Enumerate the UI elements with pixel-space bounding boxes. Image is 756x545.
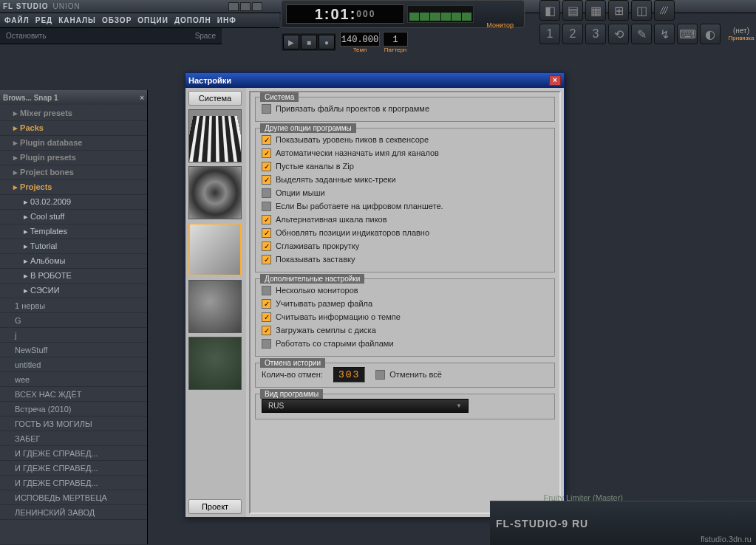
- tool-btn-1[interactable]: ◧: [539, 0, 560, 21]
- checkbox[interactable]: [262, 162, 271, 171]
- browser-header[interactable]: Brows... Snap 1 ×: [0, 90, 147, 105]
- mode-btn-4[interactable]: ⟲: [608, 24, 629, 44]
- checkbox[interactable]: [262, 241, 271, 251]
- pattern-display[interactable]: 1: [383, 32, 408, 47]
- dialog-close-button[interactable]: ×: [549, 75, 561, 86]
- max-button[interactable]: [240, 2, 251, 11]
- tree-item[interactable]: ЗАБЕГ: [0, 431, 147, 446]
- undo-all-checkbox[interactable]: [375, 370, 385, 380]
- tempo-display[interactable]: 140.000: [340, 32, 380, 47]
- mode-btn-6[interactable]: ↯: [654, 24, 675, 44]
- tree-item[interactable]: wee: [0, 372, 147, 387]
- checkbox[interactable]: [262, 312, 271, 322]
- tab-system[interactable]: Система: [188, 91, 242, 106]
- mode-btn-8[interactable]: ◐: [700, 24, 721, 44]
- tree-item[interactable]: j: [0, 328, 147, 343]
- menu-файл[interactable]: ФАЙЛ: [4, 16, 30, 24]
- tree-item[interactable]: И ГДЕЖЕ СПРАВЕД...: [0, 461, 147, 476]
- check-row: Обновлять позиции индикаторов плавно: [262, 226, 548, 239]
- tool-btn-3[interactable]: ▦: [585, 0, 606, 21]
- snap-value[interactable]: (нет): [723, 27, 756, 35]
- menu-ред[interactable]: РЕД: [35, 16, 52, 24]
- checkbox[interactable]: [262, 135, 271, 145]
- tree-item[interactable]: ▸ Tutorial: [0, 239, 147, 254]
- tree-item[interactable]: ИСПОВЕДЬ МЕРТВЕЦА: [0, 490, 147, 505]
- browser-close-icon[interactable]: ×: [140, 94, 144, 102]
- checkbox[interactable]: [262, 202, 271, 211]
- menu-каналы[interactable]: КАНАЛЫ: [58, 16, 96, 24]
- checkbox[interactable]: [262, 299, 271, 309]
- close-button[interactable]: [252, 2, 262, 11]
- monitor-label: Монитор: [486, 21, 514, 29]
- checkbox[interactable]: [262, 326, 271, 335]
- play-button[interactable]: ▶: [283, 35, 299, 49]
- check-label: Если Вы работаете на цифровом планшете.: [276, 202, 443, 210]
- mode-btn-3[interactable]: 3: [585, 24, 606, 44]
- tool-btn-5[interactable]: ◫: [631, 0, 652, 21]
- check-row: Учитывать размер файла: [262, 297, 548, 310]
- lang-combo[interactable]: RUS: [262, 399, 469, 413]
- mode-btn-5[interactable]: ✎: [631, 24, 652, 44]
- checkbox[interactable]: [262, 286, 271, 295]
- tree-item[interactable]: ▸ В РОБОТЕ: [0, 269, 147, 284]
- tree-item[interactable]: NewStuff: [0, 343, 147, 357]
- checkbox[interactable]: [262, 188, 271, 198]
- menu-инф[interactable]: ИНФ: [217, 16, 236, 24]
- mode-btn-1[interactable]: 1: [539, 24, 560, 44]
- tree-item[interactable]: ▸ Cool stuff: [0, 210, 147, 224]
- time-display[interactable]: 1:01:000: [286, 4, 404, 24]
- checkbox[interactable]: [262, 175, 271, 185]
- tree-item[interactable]: ▸ Альбомы: [0, 254, 147, 269]
- settings-dialog: Настройки × Система MIDI AUDIO GENERAL F…: [185, 72, 565, 518]
- check-row: Показывать заставку: [262, 253, 548, 266]
- tree-item[interactable]: ▸ Plugin database: [0, 136, 147, 151]
- tree-item[interactable]: ▸ Templates: [0, 224, 147, 239]
- menu-обзор[interactable]: ОБЗОР: [102, 16, 132, 24]
- menu-опции[interactable]: ОПЦИИ: [137, 16, 168, 24]
- tree-item[interactable]: И ГДЕЖЕ СПРАВЕД...: [0, 476, 147, 490]
- check-row: Считывать информацию о темпе: [262, 310, 548, 323]
- tree-item[interactable]: ▸ Mixer presets: [0, 106, 147, 121]
- tree-item[interactable]: G: [0, 313, 147, 328]
- tree-item[interactable]: ▸ СЭСИИ: [0, 284, 147, 298]
- cat-file[interactable]: FILE: [188, 280, 242, 333]
- record-button[interactable]: ●: [319, 35, 335, 49]
- tree-item[interactable]: untitled: [0, 357, 147, 372]
- tree-item[interactable]: ▸ Plugin presets: [0, 151, 147, 165]
- cat-midi[interactable]: MIDI: [188, 109, 242, 162]
- tree-item[interactable]: ▸ 03.02.2009: [0, 195, 147, 210]
- check-label: Автоматически назначать имя для каналов: [276, 148, 439, 157]
- tree-item[interactable]: ВСЕХ НАС ЖДЁТ: [0, 387, 147, 402]
- checkbox[interactable]: [262, 228, 271, 238]
- tree-item[interactable]: Встреча (2010): [0, 402, 147, 417]
- check-row: Альтернативная шкала пиков: [262, 213, 548, 226]
- menu-дополн[interactable]: ДОПОЛН: [174, 16, 211, 24]
- mode-btn-2[interactable]: 2: [562, 24, 583, 44]
- browser-panel: Brows... Snap 1 × ▸ Mixer presets▸ Packs…: [0, 90, 148, 544]
- tool-btn-6[interactable]: ⫻: [654, 0, 675, 21]
- tree-item[interactable]: ЛЕНИНСКИЙ ЗАВОД: [0, 505, 147, 520]
- cat-debug[interactable]: DEBUG: [188, 337, 242, 390]
- checkbox[interactable]: [262, 255, 271, 264]
- undo-count-value[interactable]: 303: [333, 367, 365, 383]
- tree-item[interactable]: ▸ Projects: [0, 180, 147, 195]
- checkbox[interactable]: [262, 148, 271, 158]
- tool-btn-4[interactable]: ⊞: [608, 0, 629, 21]
- tab-project[interactable]: Проект: [188, 499, 242, 514]
- tree-item[interactable]: ▸ Packs: [0, 121, 147, 136]
- cat-audio[interactable]: AUDIO: [188, 166, 242, 219]
- tree-item[interactable]: И ГДЕЖЕ СПРАВЕД...: [0, 446, 147, 461]
- stop-button[interactable]: ■: [301, 35, 317, 49]
- cat-general[interactable]: GENERAL: [188, 223, 242, 276]
- dialog-titlebar[interactable]: Настройки ×: [185, 73, 564, 88]
- mode-btn-7[interactable]: ⌨: [677, 24, 698, 44]
- tree-item[interactable]: 1 нервы: [0, 298, 147, 313]
- checkbox[interactable]: [262, 215, 271, 224]
- checkbox[interactable]: [262, 104, 271, 114]
- min-button[interactable]: [228, 2, 239, 11]
- tree-item[interactable]: ▸ Project bones: [0, 165, 147, 180]
- tool-btn-2[interactable]: ▤: [562, 0, 583, 21]
- checkbox[interactable]: [262, 339, 271, 349]
- dialog-main: Система Привязать файлы проектов к прогр…: [249, 91, 561, 514]
- tree-item[interactable]: ГОСТЬ ИЗ МОГИЛЫ: [0, 417, 147, 431]
